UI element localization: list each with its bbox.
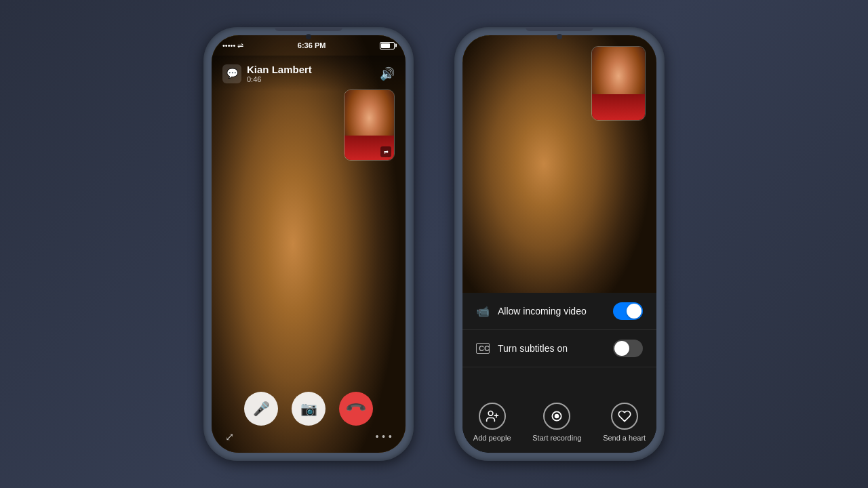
turn-subtitles-toggle[interactable]: [613, 340, 643, 357]
battery-icon: [380, 42, 395, 49]
allow-incoming-video-row: 📹 Allow incoming video: [462, 293, 656, 330]
start-recording-label: Start recording: [532, 434, 581, 442]
turn-subtitles-text: Turn subtitles on: [498, 343, 568, 354]
phone-2-notch: [526, 27, 593, 31]
phone-2-video-area: [462, 35, 656, 293]
phone-2-camera: [557, 34, 562, 39]
add-people-label: Add people: [473, 434, 511, 442]
phone-2: 📹 Allow incoming video CC Turn subtitles…: [454, 27, 665, 461]
chat-icon[interactable]: 💬: [222, 64, 241, 83]
caller-details: Kian Lambert 0:46: [247, 64, 312, 83]
allow-incoming-video-toggle[interactable]: [613, 302, 643, 320]
battery-fill: [381, 43, 390, 48]
mute-icon: 🎤: [253, 401, 270, 417]
phone-2-pip-face: [592, 47, 645, 120]
action-bar: Add people Start recording: [462, 394, 656, 453]
add-people-icon: [479, 403, 506, 430]
wifi-icon: ⇌: [237, 41, 243, 50]
more-options-icon[interactable]: • • •: [375, 431, 392, 443]
toggle-knob-off: [614, 341, 629, 356]
signal-area: ••••• ⇌: [222, 41, 243, 50]
turn-subtitles-row: CC Turn subtitles on: [462, 330, 656, 367]
battery-area: [380, 42, 395, 49]
pip-video[interactable]: ⇄: [344, 89, 395, 161]
phone-2-pip-clothes: [592, 94, 645, 120]
send-heart-label: Send a heart: [603, 434, 646, 442]
call-controls: 🎤 📷 📞: [212, 392, 406, 426]
speaker-icon[interactable]: 🔊: [380, 66, 395, 81]
svg-point-4: [555, 415, 559, 418]
time-display: 6:36 PM: [298, 41, 326, 49]
subtitles-icon: CC: [476, 343, 490, 354]
caller-name: Kian Lambert: [247, 64, 312, 75]
bottom-icons: ⤢ • • •: [212, 430, 406, 443]
fullscreen-icon[interactable]: ⤢: [225, 430, 234, 443]
end-call-button[interactable]: 📞: [339, 392, 373, 426]
phone-1-screen: ••••• ⇌ 6:36 PM 💬 Kian Lambert 0:46: [212, 35, 406, 453]
call-header: 💬 Kian Lambert 0:46 🔊: [212, 56, 406, 92]
send-heart-button[interactable]: Send a heart: [603, 403, 646, 442]
settings-panel: 📹 Allow incoming video CC Turn subtitles…: [462, 293, 656, 394]
phone-2-pip[interactable]: [591, 46, 646, 121]
video-icon: 📷: [300, 401, 317, 417]
signal-dots: •••••: [222, 41, 235, 49]
call-duration: 0:46: [247, 75, 312, 83]
caller-info: 💬 Kian Lambert 0:46: [222, 64, 312, 83]
add-people-button[interactable]: Add people: [473, 403, 511, 442]
video-setting-icon: 📹: [476, 305, 490, 318]
turn-subtitles-label: CC Turn subtitles on: [476, 343, 568, 354]
send-heart-icon: [611, 403, 638, 430]
phone-2-content: 📹 Allow incoming video CC Turn subtitles…: [462, 35, 656, 453]
phone-notch: [275, 27, 342, 31]
status-bar: ••••• ⇌ 6:36 PM: [212, 35, 406, 56]
mute-button[interactable]: 🎤: [244, 392, 278, 426]
pip-swap-icon[interactable]: ⇄: [380, 146, 391, 157]
chat-icon-symbol: 💬: [226, 68, 238, 79]
start-recording-button[interactable]: Start recording: [532, 403, 581, 442]
allow-incoming-video-text: Allow incoming video: [498, 306, 587, 317]
toggle-knob-on: [627, 304, 642, 319]
end-call-icon: 📞: [344, 397, 368, 421]
video-button[interactable]: 📷: [292, 392, 326, 426]
svg-point-0: [488, 411, 493, 416]
phone-1: ••••• ⇌ 6:36 PM 💬 Kian Lambert 0:46: [203, 27, 414, 461]
start-recording-icon: [543, 403, 570, 430]
allow-incoming-video-label: 📹 Allow incoming video: [476, 305, 587, 318]
phone-2-screen: 📹 Allow incoming video CC Turn subtitles…: [462, 35, 656, 453]
